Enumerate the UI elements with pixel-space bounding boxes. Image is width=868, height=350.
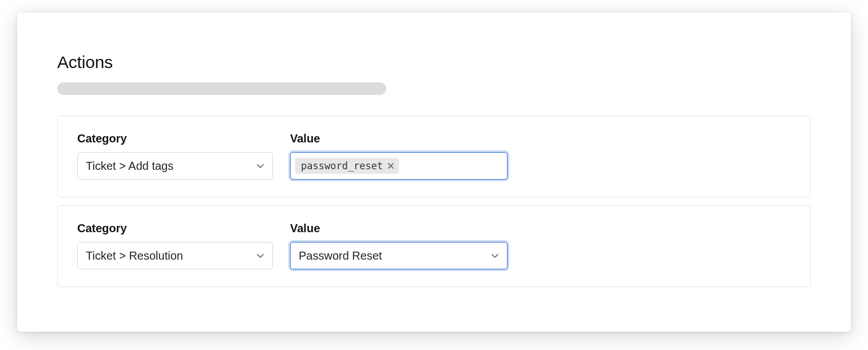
category-label: Category: [77, 132, 273, 145]
chevron-down-icon: [256, 252, 264, 260]
actions-card: Actions Category Ticket > Add tags Value…: [17, 13, 851, 332]
category-field: Category Ticket > Resolution: [77, 222, 273, 269]
chevron-down-icon: [491, 252, 499, 260]
tag-chip: password_reset: [295, 158, 399, 174]
tags-input[interactable]: password_reset: [290, 152, 508, 180]
category-label: Category: [77, 222, 273, 235]
remove-tag-button[interactable]: [386, 161, 395, 170]
category-select[interactable]: Ticket > Resolution: [77, 242, 273, 269]
category-field: Category Ticket > Add tags: [77, 132, 273, 180]
value-select[interactable]: Password Reset: [290, 242, 508, 269]
section-title: Actions: [57, 53, 811, 72]
action-row: Category Ticket > Resolution Value Passw…: [57, 205, 811, 287]
description-placeholder: [57, 82, 386, 95]
value-select-value: Password Reset: [299, 249, 382, 262]
action-row: Category Ticket > Add tags Value passwor…: [57, 116, 811, 197]
value-field: Value password_reset: [290, 132, 508, 180]
value-label: Value: [290, 222, 508, 235]
tag-chip-label: password_reset: [301, 160, 383, 172]
chevron-down-icon: [256, 162, 264, 170]
value-field: Value Password Reset: [290, 222, 508, 269]
value-label: Value: [290, 132, 508, 145]
category-select[interactable]: Ticket > Add tags: [77, 152, 273, 180]
category-select-value: Ticket > Resolution: [86, 249, 183, 262]
category-select-value: Ticket > Add tags: [86, 160, 173, 173]
